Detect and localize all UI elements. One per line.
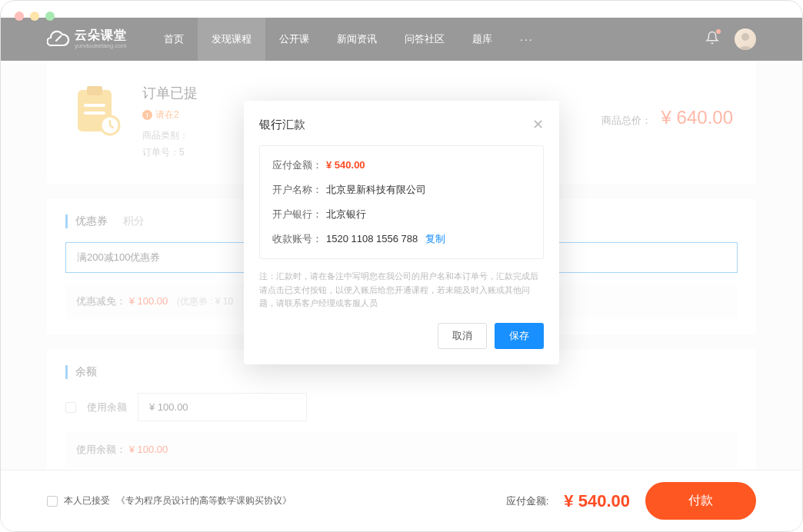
modal-account-no-value: 1520 1108 1556 788 (326, 233, 418, 244)
checkout-footer: 本人已接受 《专为程序员设计的高等数学课购买协议》 应付金额: ¥ 540.00… (1, 470, 802, 531)
agreement-checkbox[interactable] (47, 496, 58, 507)
modal-account-no-label: 收款账号： (272, 232, 326, 246)
modal-account-name-value: 北京昱新科技有限公司 (326, 183, 426, 197)
bank-transfer-modal: 银行汇款 ✕ 应付金额： ¥ 540.00 开户名称： 北京昱新科技有限公司 开… (244, 101, 559, 364)
modal-overlay: 银行汇款 ✕ 应付金额： ¥ 540.00 开户名称： 北京昱新科技有限公司 开… (1, 1, 802, 531)
agreement-prefix: 本人已接受 (64, 494, 110, 507)
copy-account-button[interactable]: 复制 (425, 232, 445, 246)
modal-title: 银行汇款 (259, 118, 305, 132)
modal-bank-label: 开户银行： (272, 208, 326, 221)
modal-bank-value: 北京银行 (326, 208, 366, 221)
agreement-link[interactable]: 《专为程序员设计的高等数学课购买协议》 (116, 494, 292, 507)
footer-amount-label: 应付金额: (506, 494, 549, 508)
modal-amount-label: 应付金额： (272, 158, 326, 172)
cancel-button[interactable]: 取消 (438, 323, 487, 349)
modal-account-name-label: 开户名称： (272, 183, 326, 197)
footer-amount-value: ¥ 540.00 (564, 491, 630, 511)
modal-close-button[interactable]: ✕ (532, 116, 544, 133)
modal-amount-value: ¥ 540.00 (326, 159, 365, 171)
pay-button[interactable]: 付款 (645, 482, 756, 520)
modal-note: 注：汇款时，请在备注中写明您在我公司的用户名和本订单号，汇款完成后请点击已支付按… (259, 270, 544, 311)
save-button[interactable]: 保存 (495, 323, 544, 349)
